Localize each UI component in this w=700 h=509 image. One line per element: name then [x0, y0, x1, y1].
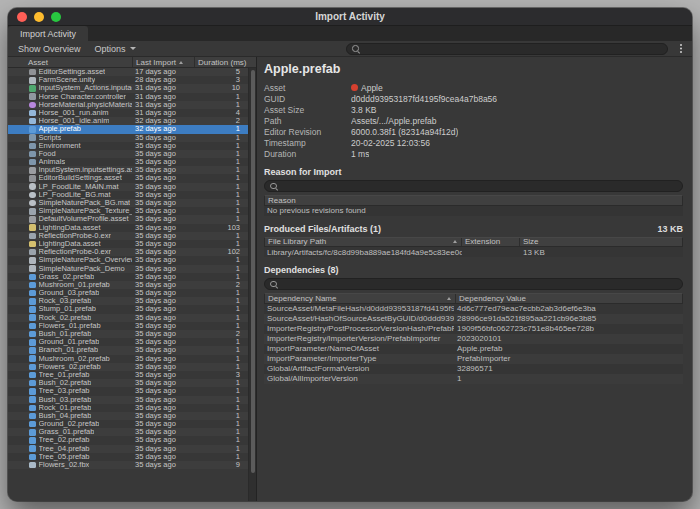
asset-row[interactable]: LightingData.asset 35 days ago 103 [8, 224, 248, 232]
asset-row[interactable]: LightingData.asset 35 days ago 1 [8, 240, 248, 248]
asset-row[interactable]: Mushroom_01.prefab 35 days ago 2 [8, 281, 248, 289]
asset-row[interactable]: Mushroom_02.prefab 35 days ago 1 [8, 355, 248, 363]
asset-name: Bush_03.prefab [39, 396, 92, 404]
reason-search-input[interactable] [282, 182, 677, 191]
dependency-row[interactable]: SourceAsset/HashOfSourceAssetByGUID/d0dd… [264, 314, 683, 324]
zoom-window-button[interactable] [51, 12, 61, 22]
dependency-row[interactable]: Global/ArtifactFormatVersion 32896571 [264, 364, 683, 374]
column-header-size[interactable]: Size [519, 238, 682, 247]
asset-row[interactable]: Flowers_01.prefab 35 days ago 1 [8, 322, 248, 330]
asset-row[interactable]: Rock_02.prefab 35 days ago 1 [8, 314, 248, 322]
asset-row[interactable]: Rock_03.prefab 35 days ago 1 [8, 297, 248, 305]
asset-row[interactable]: Tree_04.prefab 35 days ago 1 [8, 445, 248, 453]
asset-row[interactable]: Bush_04.prefab 35 days ago 1 [8, 412, 248, 420]
asset-row[interactable]: SimpleNaturePack_Overview 35 days ago 1 [8, 256, 248, 264]
asset-cell: FarmScene.unity [8, 76, 132, 84]
asset-row[interactable]: DefaultVolumeProfile.asset 35 days ago 1 [8, 215, 248, 223]
dependency-row[interactable]: Global/AllImporterVersion 1 [264, 374, 683, 384]
asset-row[interactable]: Grass_01.prefab 35 days ago 1 [8, 428, 248, 436]
asset-row[interactable]: Scripts 35 days ago 1 [8, 134, 248, 142]
show-overview-button[interactable]: Show Overview [12, 41, 87, 56]
asset-last-import: 35 days ago [132, 248, 194, 256]
asset-row[interactable]: Ground_02.prefab 35 days ago 1 [8, 420, 248, 428]
asset-row[interactable]: Stump_01.prefab 35 days ago 1 [8, 305, 248, 313]
field-label: GUID [264, 94, 351, 104]
dependency-row[interactable]: ImportParameter/NameOfAsset Apple.prefab [264, 344, 683, 354]
tab-import-activity[interactable]: Import Activity [8, 26, 88, 41]
asset-row[interactable]: Rock_01.prefab 35 days ago 1 [8, 404, 248, 412]
column-header-last-import[interactable]: Last Import [132, 57, 194, 67]
minimize-window-button[interactable] [34, 12, 44, 22]
asset-row[interactable]: Ground_01.prefab 35 days ago 1 [8, 338, 248, 346]
asset-row[interactable]: Apple.prefab 32 days ago 1 [8, 125, 248, 133]
artifact-row[interactable]: Library/Artifacts/fc/8c8d99ba889ae184fd4… [264, 247, 683, 257]
dependency-row[interactable]: ImportParameter/ImporterType PrefabImpor… [264, 354, 683, 364]
asset-cell: LightingData.asset [8, 224, 132, 232]
column-header-asset[interactable]: Asset [8, 57, 132, 67]
column-header-reason[interactable]: Reason [265, 196, 682, 205]
detail-field: Timestamp 20-02-2025 12:03:56 [264, 137, 683, 148]
options-dropdown[interactable]: Options [89, 41, 142, 56]
search-icon [270, 182, 278, 190]
field-label: Editor Revision [264, 127, 351, 137]
asset-row[interactable]: Tree_01.prefab 35 days ago 3 [8, 371, 248, 379]
asset-row[interactable]: Flowers_02.prefab 35 days ago 1 [8, 363, 248, 371]
asset-row[interactable]: LP_FoodLite_BG.mat 35 days ago 1 [8, 191, 248, 199]
column-header-dependency-name[interactable]: Dependency Name [265, 294, 455, 303]
column-header-duration[interactable]: Duration (ms) [194, 57, 256, 67]
asset-row[interactable]: Tree_05.prefab 35 days ago 1 [8, 453, 248, 461]
asset-row[interactable]: Grass_02.prefab 35 days ago 1 [8, 273, 248, 281]
reason-search[interactable] [264, 180, 683, 192]
asset-row[interactable]: InputSystem_Actions.inputactio 31 days a… [8, 84, 248, 92]
asset-row[interactable]: LP_FoodLite_MAIN.mat 35 days ago 1 [8, 183, 248, 191]
folder-icon [29, 151, 36, 158]
prefab-icon [29, 347, 36, 354]
asset-row[interactable]: Environment 35 days ago 1 [8, 142, 248, 150]
scrollbar-thumb[interactable] [251, 70, 255, 473]
asset-row[interactable]: FarmScene.unity 28 days ago 3 [8, 76, 248, 84]
dependencies-search-input[interactable] [282, 280, 677, 289]
asset-row[interactable]: Bush_03.prefab 35 days ago 1 [8, 396, 248, 404]
asset-row[interactable]: SimpleNaturePack_Demo 35 days ago 1 [8, 265, 248, 273]
asset-row[interactable]: Bush_01.prefab 35 days ago 2 [8, 330, 248, 338]
asset-list-scrollbar[interactable] [248, 68, 256, 501]
close-window-button[interactable] [17, 12, 27, 22]
asset-row[interactable]: Tree_03.prefab 35 days ago 1 [8, 387, 248, 395]
asset-row[interactable]: Tree_02.prefab 35 days ago 1 [8, 436, 248, 444]
column-header-extension[interactable]: Extension [461, 238, 519, 247]
asset-row[interactable]: Food 35 days ago 1 [8, 150, 248, 158]
column-header-dependency-value[interactable]: Dependency Value [455, 294, 682, 303]
toolbar-search-input[interactable] [364, 44, 662, 53]
asset-row[interactable]: Horse_001_run.anim 31 days ago 4 [8, 109, 248, 117]
asset-row[interactable]: Horse Character.controller 31 days ago 1 [8, 93, 248, 101]
dependencies-search[interactable] [264, 278, 683, 290]
lighting-icon [29, 224, 36, 231]
asset-name: LightingData.asset [39, 240, 101, 248]
asset-row[interactable]: ReflectionProbe-0.exr 35 days ago 1 [8, 232, 248, 240]
asset-row[interactable]: SimpleNaturePack_Texture_01.n 35 days ag… [8, 207, 248, 215]
asset-row[interactable]: SimpleNaturePack_BG.mat 35 days ago 1 [8, 199, 248, 207]
prefab-icon [29, 274, 36, 281]
reason-row[interactable]: No previous revisions found [264, 206, 683, 216]
asset-row[interactable]: Animals 35 days ago 1 [8, 158, 248, 166]
asset-row[interactable]: Bush_02.prefab 35 days ago 1 [8, 379, 248, 387]
asset-row[interactable]: HorseMaterial.physicMaterial 31 days ago… [8, 101, 248, 109]
asset-row[interactable]: EditorSettings.asset 17 days ago 5 [8, 68, 248, 76]
asset-row[interactable]: Flowers_02.fbx 35 days ago 9 [8, 461, 248, 469]
dependency-row[interactable]: ImporterRegistry/ImporterVersion/PrefabI… [264, 334, 683, 344]
asset-row[interactable]: Branch_01.prefab 35 days ago 1 [8, 346, 248, 354]
dependency-row[interactable]: SourceAsset/MetaFileHash/d0ddd93953187fd… [264, 304, 683, 314]
dependency-value: 32896571 [454, 364, 683, 374]
asset-cell: Tree_03.prefab [8, 387, 132, 395]
asset-row[interactable]: Ground_03.prefab 35 days ago 1 [8, 289, 248, 297]
asset-last-import: 35 days ago [132, 281, 194, 289]
toolbar-search[interactable] [346, 43, 668, 55]
dependency-row[interactable]: ImporterRegistry/PostProcessorVersionHas… [264, 324, 683, 334]
asset-row[interactable]: EditorBuildSettings.asset 35 days ago 1 [8, 174, 248, 182]
asset-row[interactable]: InputSystem.inputsettings.asse 35 days a… [8, 166, 248, 174]
asset-row[interactable]: Horse_001_idle.anim 32 days ago 2 [8, 117, 248, 125]
kebab-menu-icon[interactable] [676, 43, 686, 54]
asset-list-header: Asset Last Import Duration (ms) [8, 57, 256, 68]
column-header-file-library-path[interactable]: File Library Path [265, 238, 461, 247]
asset-row[interactable]: ReflectionProbe-0.exr 35 days ago 102 [8, 248, 248, 256]
